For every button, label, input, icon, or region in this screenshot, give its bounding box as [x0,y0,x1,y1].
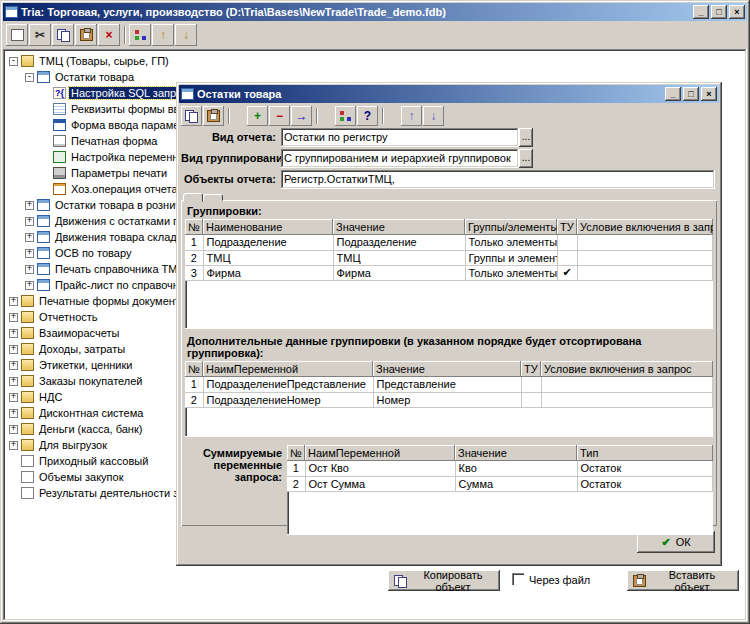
column-header-2[interactable]: НаимПеременной [305,445,455,461]
tree-item-label[interactable]: Остатки товара [53,71,136,83]
cell-value[interactable]: ТМЦ [333,250,465,265]
cell-tu-checkbox[interactable] [521,392,541,407]
cell-variable-name[interactable]: ПодразделениеПредставление [203,377,373,392]
tree-item-label[interactable]: Отчетность [37,311,100,323]
expand-toggle[interactable]: + [9,409,18,418]
cell-condition[interactable] [541,377,713,392]
cell-value[interactable]: Номер [373,392,521,407]
select-button[interactable]: → [291,106,312,126]
Подразделение[interactable]: 1 Подразделение Подразделение Только эле… [185,235,713,250]
tree-item-label[interactable]: Взаиморасчеты [37,327,121,339]
column-header-4[interactable]: Тип [577,445,713,461]
ellipsis-button[interactable]: ... [519,149,533,168]
expand-toggle[interactable]: + [9,425,18,434]
expand-toggle[interactable]: + [9,345,18,354]
field-value[interactable]: Регистр.ОстаткиТМЦ, [281,170,715,189]
column-header-1[interactable]: № [185,361,203,377]
column-header-3[interactable]: Значение [373,361,521,377]
Фирма[interactable]: 3 Фирма Фирма Только элементы ✔ [185,265,713,280]
move-down-button[interactable]: ↓ [175,24,197,46]
field-value[interactable]: Остатки по регистру [281,128,519,147]
tree-item-label[interactable]: Хоз.операция отчета [69,183,180,195]
expand-toggle[interactable]: + [9,329,18,338]
tree-item-label[interactable]: Печатные формы документов [37,295,194,307]
expand-toggle[interactable]: + [25,233,34,242]
hierarchy-button[interactable] [335,106,356,126]
column-header-1[interactable]: № [185,219,203,235]
cell-type[interactable]: Остаток [577,476,713,491]
dialog-maximize-button[interactable]: □ [683,87,699,101]
column-header-5[interactable]: Условие включения в запрос [541,361,713,377]
cell-groups-elements[interactable]: Группы и элементы [465,250,557,265]
move-up-button[interactable]: ↑ [401,106,422,126]
column-header-4[interactable]: Группы/элементы [465,219,557,235]
cell-variable-name[interactable]: ПодразделениеНомер [203,392,373,407]
cell-condition[interactable] [541,392,713,407]
expand-toggle[interactable]: + [9,393,18,402]
hierarchy-button[interactable] [129,24,151,46]
cell-value[interactable]: Представление [373,377,521,392]
tree-item-label[interactable]: Этикетки, ценники [37,359,134,371]
expand-toggle[interactable]: - [25,73,34,82]
expand-toggle[interactable]: + [25,265,34,274]
cell-tu-checkbox[interactable] [521,377,541,392]
ПодразделениеНомер[interactable]: 2 ПодразделениеНомер Номер [185,392,713,407]
window-titlebar[interactable]: Tria: Торговая, услуги, производство (D:… [3,3,747,21]
column-header-1[interactable]: № [287,445,305,461]
tree-item-label[interactable]: Печатная форма [69,135,159,147]
cell-tu-checkbox[interactable]: ✔ [557,265,577,280]
expand-toggle[interactable]: + [25,249,34,258]
move-down-button[interactable]: ↓ [423,106,444,126]
expand-toggle[interactable]: + [9,377,18,386]
cell-condition[interactable] [577,235,713,250]
column-header-2[interactable]: НаимПеременной [203,361,373,377]
cell-tu-checkbox[interactable] [557,250,577,265]
cell-name[interactable]: Подразделение [203,235,333,250]
cell-variable-name[interactable]: Ост Кво [305,461,455,476]
tree-item-label[interactable]: Для выгрузок [37,439,109,451]
tree-item-label[interactable]: Приходный кассовый [37,455,150,467]
expand-toggle[interactable]: + [9,361,18,370]
tab[interactable] [183,193,203,202]
help-button[interactable]: ? [357,106,378,126]
tree-item-label[interactable]: ТМЦ (Товары, сырье, ГП) [37,55,171,67]
field-value[interactable]: С группированием и иерархией группировок [281,149,519,168]
tree-item-label[interactable]: Заказы покупателей [37,375,145,387]
expand-toggle[interactable]: + [25,201,34,210]
expand-toggle[interactable]: + [9,441,18,450]
close-button[interactable]: × [729,5,745,19]
copy-button[interactable] [181,106,202,126]
column-header-6[interactable]: Условие включения в запрос [577,219,713,235]
cell-groups-elements[interactable]: Только элементы [465,265,557,280]
cell-groups-elements[interactable]: Только элементы [465,235,557,250]
tree-item-label[interactable]: НДС [37,391,64,403]
paste-object-button[interactable]: Вставить объект [627,570,739,591]
ПодразделениеПредставление[interactable]: 1 ПодразделениеПредставление Представлен… [185,377,713,392]
minimize-button[interactable]: _ [693,5,709,19]
tree-item-label[interactable]: Параметры печати [69,167,169,179]
delete-button[interactable]: × [98,24,120,46]
cut-button[interactable]: ✂ [29,24,51,46]
paste-button[interactable] [75,24,97,46]
dialog-titlebar[interactable]: Остатки товара _ □ × [179,85,719,103]
dialog-minimize-button[interactable]: _ [665,87,681,101]
column-header-3[interactable]: Значение [455,445,577,461]
Ост Кво[interactable]: 1 Ост Кво Кво Остаток [287,461,713,476]
cell-value[interactable]: Подразделение [333,235,465,250]
expand-toggle[interactable]: - [9,57,18,66]
tree-item-label[interactable]: Дисконтная система [37,407,145,419]
cell-type[interactable]: Остаток [577,461,713,476]
cell-name[interactable]: ТМЦ [203,250,333,265]
move-up-button[interactable]: ↑ [152,24,174,46]
tree-item-label[interactable]: Доходы, затраты [37,343,127,355]
delete-row-button[interactable]: − [269,106,290,126]
tree-item-label[interactable]: Объемы закупок [37,471,126,483]
cell-condition[interactable] [577,265,713,280]
copy-button[interactable] [52,24,74,46]
column-header-2[interactable]: Наименование [203,219,333,235]
cell-value[interactable]: Кво [455,461,577,476]
expand-toggle[interactable]: + [9,297,18,306]
expand-toggle[interactable]: + [25,217,34,226]
cell-variable-name[interactable]: Ост Сумма [305,476,455,491]
maximize-button[interactable]: □ [711,5,727,19]
